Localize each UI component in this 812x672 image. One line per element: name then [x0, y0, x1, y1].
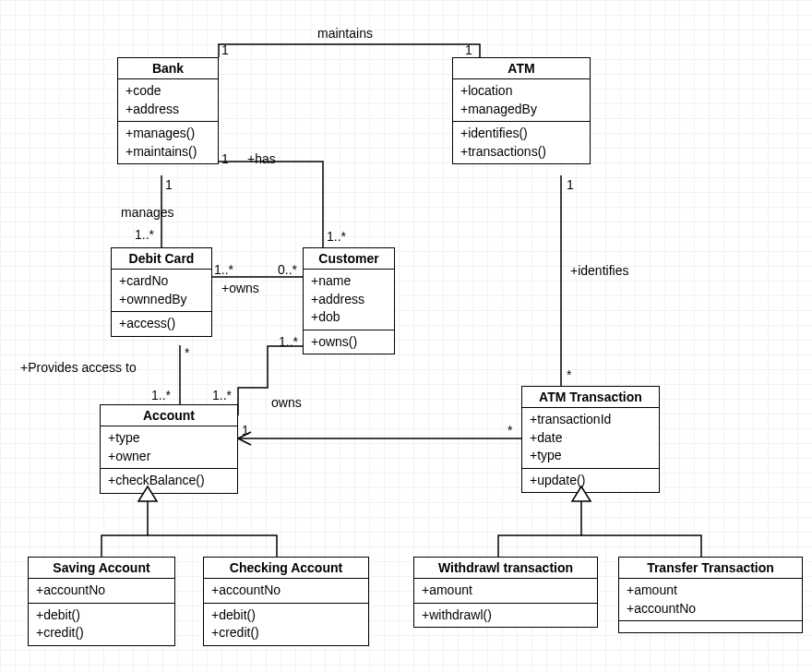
attr: +owner [108, 448, 230, 466]
rel-label: maintains [317, 26, 373, 41]
class-transfer: Transfer Transaction +amount +accountNo [618, 557, 803, 633]
class-ops: +access() [112, 312, 211, 336]
class-title: Saving Account [29, 558, 174, 579]
attr: +amount [422, 582, 590, 600]
class-title: Debit Card [112, 248, 211, 270]
class-title: Withdrawl transaction [414, 558, 597, 579]
class-saving: Saving Account +accountNo +debit() +cred… [28, 557, 175, 646]
class-attrs: +type +owner [101, 426, 237, 469]
op: +update() [530, 472, 651, 490]
mult-label: 1 [567, 177, 574, 192]
mult-label: 1 [165, 177, 173, 192]
op: +credit() [36, 624, 167, 642]
class-title: ATM Transaction [522, 387, 659, 408]
attr: +name [311, 272, 387, 291]
rel-label: owns [271, 395, 302, 410]
class-title: Transfer Transaction [619, 558, 802, 579]
class-attrs: +accountNo [29, 579, 174, 604]
attr: +address [125, 101, 210, 119]
op: +access() [119, 315, 204, 333]
rel-label: manages [121, 205, 174, 220]
mult-label: * [567, 367, 571, 382]
class-debitcard: Debit Card +cardNo +ownnedBy +access() [111, 247, 212, 337]
class-customer: Customer +name +address +dob +owns() [303, 247, 395, 354]
attr: +dob [311, 308, 387, 327]
mult-label: 1 [221, 151, 229, 166]
attr: +ownnedBy [119, 291, 204, 309]
class-attrs: +amount [414, 579, 597, 604]
class-ops: +withdrawl() [414, 604, 597, 628]
attr: +amount [627, 582, 794, 600]
attr: +cardNo [119, 272, 204, 291]
class-title: Account [101, 405, 237, 426]
class-withdrawl: Withdrawl transaction +amount +withdrawl… [413, 557, 598, 628]
attr: +code [125, 82, 210, 101]
mult-label: * [185, 345, 189, 360]
class-ops: +identifies() +transactions() [453, 122, 590, 163]
class-ops [619, 621, 802, 632]
class-attrs: +cardNo +ownnedBy [112, 270, 211, 312]
class-checking: Checking Account +accountNo +debit() +cr… [203, 557, 369, 646]
mult-label: 1..* [327, 229, 346, 244]
class-attrs: +name +address +dob [304, 270, 394, 330]
attr: +managedBy [460, 101, 582, 119]
class-ops: +debit() +credit() [204, 604, 368, 645]
class-ops: +debit() +credit() [29, 604, 174, 645]
mult-label: 1..* [151, 388, 171, 402]
mult-label: * [508, 423, 512, 438]
op: +maintains() [125, 143, 210, 162]
attr: +type [108, 429, 230, 448]
class-ops: +checkBalance() [101, 469, 237, 493]
op: +credit() [211, 624, 361, 642]
rel-label: +identifies [570, 263, 628, 278]
attr: +accountNo [211, 582, 361, 600]
mult-label: 1..* [135, 227, 154, 242]
uml-canvas: Bank +code +address +manages() +maintain… [0, 0, 812, 672]
op: +owns() [311, 333, 387, 352]
class-ops: +manages() +maintains() [118, 122, 218, 163]
op: +debit() [36, 606, 167, 625]
attr: +type [530, 447, 651, 465]
mult-label: 0..* [278, 262, 297, 277]
attr: +address [311, 291, 387, 309]
mult-label: 1..* [279, 334, 298, 349]
class-title: Checking Account [204, 558, 368, 579]
mult-label: 1 [221, 42, 229, 57]
attr: +transactionId [530, 411, 651, 429]
class-atm: ATM +location +managedBy +identifies() +… [452, 57, 591, 164]
class-title: Bank [118, 58, 218, 79]
class-ops: +update() [522, 469, 659, 493]
rel-label: +owns [221, 281, 259, 295]
mult-label: 1..* [212, 388, 232, 402]
mult-label: 1..* [214, 262, 233, 277]
attr: +date [530, 429, 651, 448]
op: +manages() [125, 125, 210, 143]
attr: +location [460, 82, 582, 101]
class-attrs: +accountNo [204, 579, 368, 604]
class-attrs: +transactionId +date +type [522, 408, 659, 469]
class-atmtxn: ATM Transaction +transactionId +date +ty… [521, 386, 660, 493]
class-attrs: +amount +accountNo [619, 579, 802, 621]
class-attrs: +location +managedBy [453, 79, 590, 122]
attr: +accountNo [627, 600, 794, 618]
class-account: Account +type +owner +checkBalance() [100, 404, 238, 494]
op: +identifies() [460, 125, 582, 143]
op: +withdrawl() [422, 606, 590, 625]
class-ops: +owns() [304, 330, 394, 354]
mult-label: 1 [242, 423, 249, 438]
op: +debit() [211, 606, 361, 625]
class-bank: Bank +code +address +manages() +maintain… [117, 57, 219, 164]
class-attrs: +code +address [118, 79, 218, 122]
mult-label: 1 [465, 42, 472, 57]
rel-label: +Provides access to [20, 360, 137, 375]
attr: +accountNo [36, 582, 167, 600]
class-title: Customer [304, 248, 394, 270]
class-title: ATM [453, 58, 590, 79]
op: +transactions() [460, 143, 582, 162]
rel-label: +has [247, 151, 276, 166]
op: +checkBalance() [108, 472, 230, 490]
